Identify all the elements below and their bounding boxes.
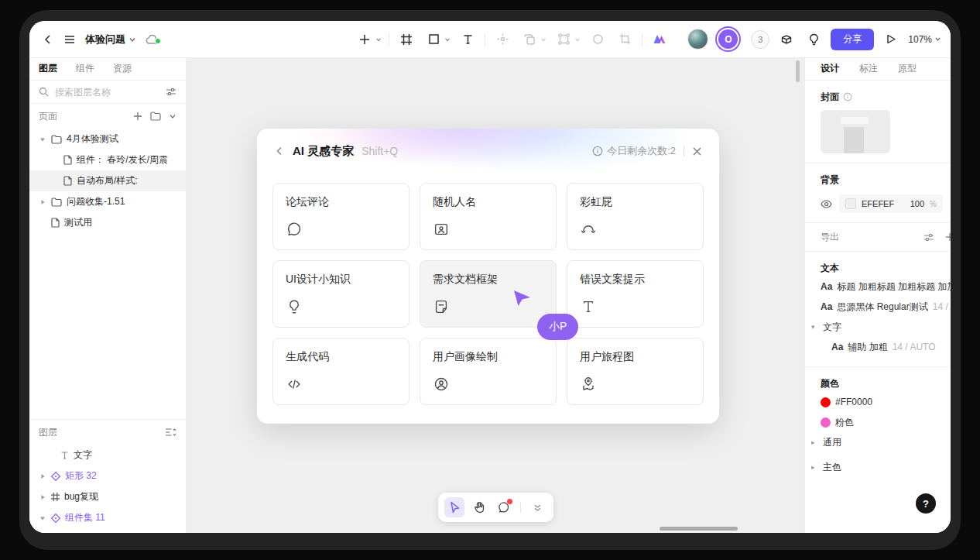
horizontal-scrollbar[interactable]	[660, 527, 738, 531]
insert-tool[interactable]	[355, 29, 375, 50]
caret-collapsed-icon[interactable]	[39, 494, 46, 500]
document-title[interactable]: 体验问题	[85, 33, 136, 46]
component-caret-icon[interactable]	[574, 36, 581, 43]
caret-collapsed-icon[interactable]	[39, 473, 46, 479]
tab-components[interactable]: 组件	[76, 62, 94, 75]
frame-tool[interactable]	[396, 29, 416, 50]
ai-card-ui-tips[interactable]: UI设计小知识	[272, 260, 409, 328]
text-style-item[interactable]: Aa 辅助 加粗 14 / AUTO	[821, 337, 951, 357]
modal-back-icon[interactable]	[274, 146, 285, 156]
collapse-pages-icon[interactable]	[169, 112, 176, 120]
text-style-item[interactable]: Aa 思源黑体 Regular测试 14 / AUTO	[821, 297, 951, 317]
text-tool[interactable]	[457, 29, 478, 50]
caret-collapsed-icon[interactable]: ▸	[811, 438, 818, 446]
background-opacity-value[interactable]: 100	[910, 199, 924, 208]
ai-card-random-name[interactable]: 随机人名	[420, 183, 557, 250]
layer-item-frame[interactable]: bug复现	[29, 486, 186, 507]
canvas[interactable]: AI 灵感专家 Shift+Q 今日剩余次数:2	[187, 57, 804, 533]
ai-card-forum-comment[interactable]: 论坛评论	[272, 183, 409, 250]
page-item[interactable]: 组件： 春玲/发长/周震	[29, 149, 186, 170]
tab-resources[interactable]: 资源	[113, 62, 132, 75]
insert-caret-icon[interactable]	[375, 36, 382, 43]
handoff-box-icon[interactable]	[776, 29, 797, 50]
layer-item-component-set[interactable]: 组件集 11	[29, 507, 186, 528]
hand-tool[interactable]	[469, 497, 489, 517]
filter-icon[interactable]	[166, 87, 176, 97]
caret-expanded-icon[interactable]	[39, 136, 46, 143]
color-style-item[interactable]: 粉色	[821, 412, 951, 432]
close-icon[interactable]	[692, 146, 702, 156]
page-item-selected[interactable]: 自动布局/样式:	[29, 170, 186, 191]
help-button[interactable]: ?	[916, 493, 936, 514]
select-tool[interactable]	[444, 497, 464, 517]
cloud-sync-icon[interactable]	[146, 34, 159, 45]
component-tool[interactable]	[553, 29, 574, 50]
collaborator-avatar[interactable]: O	[718, 29, 738, 49]
caret-collapsed-icon[interactable]	[39, 199, 46, 205]
file-icon	[51, 218, 60, 228]
ai-card-user-persona[interactable]: 用户画像绘制	[420, 338, 557, 405]
cover-thumbnail[interactable]	[821, 110, 890, 153]
ai-card-prd-framework[interactable]: 需求文档框架	[420, 260, 557, 328]
eye-icon[interactable]	[821, 200, 832, 208]
share-button[interactable]: 分享	[831, 29, 874, 50]
ai-card-error-copy[interactable]: 错误文案提示	[567, 260, 704, 328]
ai-assistant-icon[interactable]	[649, 29, 670, 50]
collapse-toolbar-icon[interactable]	[527, 497, 547, 517]
color-swatch[interactable]	[845, 198, 856, 209]
user-avatar[interactable]	[687, 29, 708, 50]
boolean-tool[interactable]	[519, 29, 540, 50]
ai-card-user-journey[interactable]: 用户旅程图	[567, 338, 704, 405]
layer-item-text[interactable]: 文字	[29, 445, 186, 466]
tab-layers[interactable]: 图层	[39, 62, 57, 75]
move-tool[interactable]	[492, 29, 512, 50]
background-color-field[interactable]: EFEFEF 100 %	[839, 194, 943, 213]
text-style-group[interactable]: ▾ 文字	[811, 317, 951, 337]
comment-tool[interactable]	[494, 497, 514, 517]
ai-card-rainbow-praise[interactable]: 彩虹屁	[567, 183, 704, 250]
background-header-label: 背景	[821, 173, 839, 187]
background-section: 背景 EFEFEF 100 %	[805, 163, 951, 223]
text-style-item[interactable]: Aa 标题 加粗标题 加粗标题 加加粗 16	[821, 277, 951, 297]
ai-plugin-modal: AI 灵感专家 Shift+Q 今日剩余次数:2	[257, 129, 719, 424]
color-group[interactable]: ▸ 通用	[811, 432, 951, 452]
background-hex-value[interactable]: EFEFEF	[862, 199, 905, 208]
ai-card-generate-code[interactable]: 生成代码	[272, 338, 409, 405]
menu-icon[interactable]	[63, 33, 76, 46]
add-page-icon[interactable]	[133, 112, 142, 121]
tab-annotate[interactable]: 标注	[859, 62, 878, 75]
add-export-icon[interactable]	[945, 232, 951, 242]
page-item-folder[interactable]: 4月体验测试	[29, 129, 186, 149]
component-set-icon	[51, 514, 60, 523]
caret-collapsed-icon[interactable]: ▸	[811, 463, 818, 471]
lightbulb-icon[interactable]	[804, 29, 824, 50]
shape-tool[interactable]	[423, 29, 444, 50]
back-icon[interactable]	[42, 33, 54, 46]
page-item-folder[interactable]: 问题收集-1.51	[29, 191, 186, 212]
sidebar-tabs: 图层 组件 资源	[29, 57, 186, 81]
search-input[interactable]	[53, 86, 161, 98]
zoom-control[interactable]: 107%	[908, 34, 941, 45]
boolean-caret-icon[interactable]	[540, 36, 547, 43]
folder-add-icon[interactable]	[150, 112, 161, 121]
layer-item-component[interactable]: 矩形 32	[29, 466, 186, 486]
export-settings-icon[interactable]	[923, 232, 934, 242]
color-group[interactable]: ▸ 主色	[811, 457, 951, 477]
page-item[interactable]: 测试用	[29, 212, 186, 233]
aa-glyph: Aa	[831, 342, 843, 352]
bottom-toolbar	[438, 493, 553, 522]
present-play-icon[interactable]	[881, 29, 901, 50]
slice-tool[interactable]	[615, 29, 635, 50]
sort-layers-icon[interactable]	[166, 428, 176, 437]
mask-tool[interactable]	[588, 29, 608, 50]
text-styles-section: 文本 Aa 标题 加粗标题 加粗标题 加加粗 16 Aa 思源黑体 Regula…	[805, 252, 951, 367]
collaborator-count-badge[interactable]: 3	[751, 30, 769, 49]
color-style-item[interactable]: #FF0000	[821, 392, 951, 412]
pages-header: 页面	[29, 104, 186, 129]
shape-caret-icon[interactable]	[444, 36, 451, 43]
caret-expanded-icon[interactable]	[39, 515, 46, 521]
vertical-scrollbar[interactable]	[796, 60, 800, 82]
tab-prototype[interactable]: 原型	[898, 62, 917, 75]
tab-design[interactable]: 设计	[821, 62, 839, 75]
caret-expanded-icon[interactable]: ▾	[811, 323, 818, 331]
